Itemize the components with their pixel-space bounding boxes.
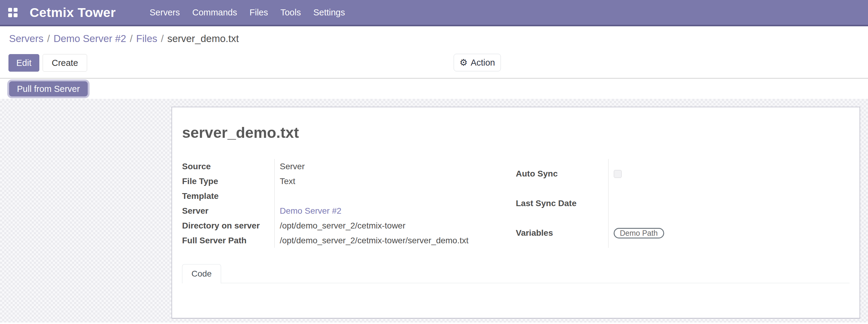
breadcrumb-separator: / [130, 33, 132, 44]
edit-button[interactable]: Edit [8, 54, 39, 72]
gear-icon: ⚙ [459, 58, 468, 67]
field-value-auto-sync [608, 159, 850, 189]
form-sheet: server_demo.txt Source Server File Type … [172, 107, 860, 319]
auto-sync-checkbox[interactable] [614, 170, 622, 178]
app-brand[interactable]: Cetmix Tower [30, 5, 116, 20]
breadcrumb-files[interactable]: Files [136, 33, 157, 44]
field-label-last-sync-date: Last Sync Date [516, 189, 608, 218]
right-field-group: Auto Sync Last Sync Date Variables Demo … [516, 159, 850, 248]
field-value-full-path: /opt/demo_server_2/cetmix-tower/server_d… [274, 233, 516, 248]
menu-item-servers[interactable]: Servers [150, 7, 180, 18]
form-view-background: server_demo.txt Source Server File Type … [0, 99, 868, 323]
notebook-tab-bar: Code [182, 264, 849, 283]
server-record-link[interactable]: Demo Server #2 [280, 206, 341, 216]
tab-code[interactable]: Code [182, 264, 221, 284]
field-value-source: Server [274, 159, 516, 174]
menu-item-files[interactable]: Files [249, 7, 268, 18]
form-buttons: Edit Create [8, 54, 87, 72]
field-value-last-sync-date [608, 189, 850, 218]
field-label-variables: Variables [516, 218, 608, 248]
field-label-auto-sync: Auto Sync [516, 159, 608, 189]
field-value-directory: /opt/demo_server_2/cetmix-tower [274, 218, 516, 233]
main-menu: Servers Commands Files Tools Settings [150, 7, 345, 18]
breadcrumb-separator: / [47, 33, 50, 44]
breadcrumb-separator: / [161, 33, 164, 44]
field-value-variables: Demo Path [608, 218, 850, 248]
variable-tag-demo-path: Demo Path [614, 228, 664, 238]
field-label-directory: Directory on server [182, 218, 274, 233]
field-groups: Source Server File Type Text Template Se… [182, 159, 849, 248]
apps-menu-icon[interactable] [8, 8, 18, 17]
create-button[interactable]: Create [43, 54, 87, 72]
field-label-server: Server [182, 203, 274, 218]
field-value-server: Demo Server #2 [274, 203, 516, 218]
apps-grid-square [13, 13, 18, 17]
field-label-source: Source [182, 159, 274, 174]
breadcrumb-demo-server[interactable]: Demo Server #2 [54, 33, 126, 44]
menu-item-tools[interactable]: Tools [280, 7, 301, 18]
apps-grid-square [8, 8, 12, 12]
pull-from-server-button[interactable]: Pull from Server [9, 81, 88, 96]
apps-grid-square [13, 8, 18, 12]
field-label-file-type: File Type [182, 174, 274, 189]
panel-divider [0, 78, 868, 78]
action-dropdown-button[interactable]: ⚙ Action [454, 54, 501, 71]
field-label-full-path: Full Server Path [182, 233, 274, 248]
field-label-template: Template [182, 189, 274, 203]
control-panel: Servers/Demo Server #2/Files/server_demo… [0, 26, 868, 99]
menu-item-commands[interactable]: Commands [192, 7, 237, 18]
left-field-group: Source Server File Type Text Template Se… [182, 159, 516, 248]
breadcrumb: Servers/Demo Server #2/Files/server_demo… [9, 33, 239, 44]
record-title: server_demo.txt [182, 124, 849, 141]
top-navbar: Cetmix Tower Servers Commands Files Tool… [0, 0, 868, 26]
field-value-file-type: Text [274, 174, 516, 189]
notebook: Code [182, 264, 849, 317]
menu-item-settings[interactable]: Settings [313, 7, 345, 18]
tab-code-panel [182, 283, 849, 317]
apps-grid-square [8, 13, 12, 17]
breadcrumb-current-file: server_demo.txt [167, 33, 239, 44]
action-button-label: Action [471, 58, 495, 68]
field-value-template [274, 189, 516, 203]
breadcrumb-servers[interactable]: Servers [9, 33, 43, 44]
